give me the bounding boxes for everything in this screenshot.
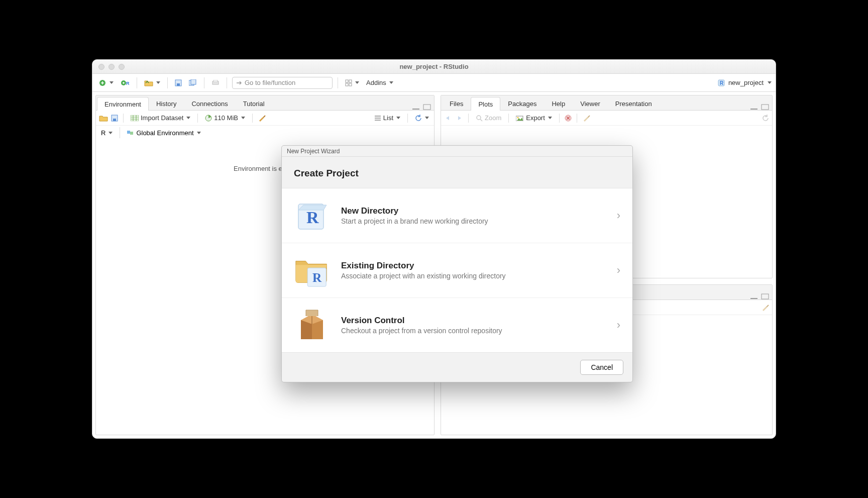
modal-header: Create Project	[282, 157, 632, 188]
forward-arrow-icon[interactable]	[455, 115, 463, 121]
tab-connections[interactable]: Connections	[184, 96, 235, 110]
right-top-tabs: Files Plots Packages Help Viewer Present…	[441, 95, 772, 111]
restore-pane-icon[interactable]	[761, 104, 769, 110]
remove-plot-icon[interactable]	[565, 115, 572, 122]
svg-line-27	[480, 119, 482, 121]
main-toolbar: R Go to file/function Addins	[92, 74, 776, 92]
grid-button[interactable]	[343, 78, 361, 87]
broom-icon[interactable]	[761, 304, 769, 312]
goto-file-input[interactable]: Go to file/function	[232, 77, 333, 89]
refresh-plots-icon[interactable]	[762, 115, 769, 122]
svg-point-26	[477, 116, 481, 120]
modal-titlebar: New Project Wizard	[282, 146, 632, 157]
svg-rect-19	[131, 115, 139, 121]
new-project-button[interactable]: R	[119, 78, 132, 88]
svg-text:R: R	[720, 80, 724, 86]
option-new-directory[interactable]: R New Directory Start a project in a bra…	[282, 188, 632, 243]
option-existing-directory[interactable]: R Existing Directory Associate a project…	[282, 243, 632, 298]
project-options: R New Directory Start a project in a bra…	[282, 188, 632, 353]
minimize-pane-icon[interactable]	[412, 104, 420, 110]
option-title: Existing Directory	[341, 261, 606, 271]
svg-rect-24	[750, 109, 757, 110]
svg-rect-6	[191, 79, 196, 84]
restore-pane-icon[interactable]	[423, 104, 431, 110]
r-cube-icon: R	[294, 197, 330, 234]
tab-viewer[interactable]: Viewer	[573, 96, 608, 110]
svg-rect-10	[349, 80, 352, 82]
import-dataset-button[interactable]: Import Dataset	[129, 113, 192, 123]
addins-menu[interactable]: Addins	[364, 78, 395, 87]
svg-rect-4	[177, 83, 180, 86]
svg-rect-12	[349, 83, 352, 86]
clear-plots-broom-icon[interactable]	[582, 114, 590, 122]
svg-rect-11	[346, 83, 348, 86]
project-menu[interactable]: R new_project	[717, 79, 772, 87]
svg-rect-18	[113, 119, 116, 121]
svg-rect-25	[762, 105, 769, 110]
tab-history[interactable]: History	[149, 96, 184, 110]
restore-pane-icon[interactable]	[761, 293, 769, 300]
modal-footer: Cancel	[282, 353, 632, 382]
memory-usage[interactable]: 110 MiB	[203, 113, 247, 123]
option-version-control[interactable]: Version Control Checkout a project from …	[282, 298, 632, 352]
open-file-button[interactable]	[142, 78, 162, 87]
cancel-button[interactable]: Cancel	[580, 360, 623, 375]
save-button[interactable]	[173, 78, 184, 87]
environment-scope: R Global Environment	[96, 126, 434, 140]
tab-tutorial[interactable]: Tutorial	[236, 96, 272, 110]
chevron-right-icon: ›	[617, 209, 620, 222]
zoom-button[interactable]: Zoom	[474, 113, 503, 123]
tab-plots[interactable]: Plots	[471, 97, 500, 111]
minimize-pane-icon[interactable]	[750, 293, 758, 300]
option-desc: Associate a project with an existing wor…	[341, 272, 606, 280]
svg-line-21	[263, 116, 265, 118]
svg-text:R: R	[126, 81, 130, 86]
svg-rect-23	[130, 132, 133, 135]
titlebar: new_project - RStudio	[92, 60, 776, 74]
refresh-button[interactable]	[413, 114, 431, 123]
save-all-button[interactable]	[187, 78, 199, 87]
plots-toolbar: Zoom Export	[441, 111, 772, 126]
tab-help[interactable]: Help	[544, 96, 573, 110]
left-tabs: Environment History Connections Tutorial	[96, 95, 434, 111]
option-title: New Directory	[341, 206, 606, 216]
export-button[interactable]: Export	[514, 113, 554, 123]
new-file-button[interactable]	[96, 78, 116, 88]
svg-text:R: R	[312, 270, 322, 284]
window-title: new_project - RStudio	[92, 63, 776, 70]
print-button[interactable]	[209, 79, 222, 87]
package-box-icon	[294, 307, 330, 343]
tab-packages[interactable]: Packages	[500, 96, 544, 110]
chevron-right-icon: ›	[617, 319, 620, 332]
goto-placeholder: Go to file/function	[245, 79, 295, 86]
tab-environment[interactable]: Environment	[97, 97, 149, 111]
save-workspace-icon[interactable]	[111, 115, 118, 122]
scope-env-button[interactable]: Global Environment	[125, 128, 202, 138]
svg-rect-15	[412, 109, 419, 110]
svg-rect-9	[346, 80, 348, 82]
svg-line-34	[767, 305, 769, 307]
option-desc: Checkout a project from a version contro…	[341, 327, 606, 335]
scope-r-button[interactable]: R	[99, 128, 115, 138]
chevron-right-icon: ›	[617, 264, 620, 277]
svg-point-29	[517, 117, 519, 118]
view-mode-button[interactable]: List	[372, 113, 402, 123]
back-arrow-icon[interactable]	[444, 115, 452, 121]
svg-text:R: R	[306, 208, 319, 227]
svg-rect-22	[127, 131, 130, 134]
tab-presentation[interactable]: Presentation	[608, 96, 660, 110]
svg-rect-33	[762, 294, 769, 299]
new-project-wizard: New Project Wizard Create Project R New …	[281, 145, 633, 382]
broom-icon[interactable]	[258, 114, 266, 122]
option-desc: Start a project in a brand new working d…	[341, 217, 606, 225]
svg-line-31	[588, 116, 590, 118]
minimize-pane-icon[interactable]	[750, 104, 758, 110]
load-workspace-icon[interactable]	[99, 115, 108, 122]
svg-rect-8	[213, 80, 218, 82]
tab-files[interactable]: Files	[442, 96, 471, 110]
environment-toolbar: Import Dataset 110 MiB List	[96, 111, 434, 126]
option-title: Version Control	[341, 316, 606, 326]
rstudio-window: new_project - RStudio R Go to file/fu	[92, 59, 776, 439]
folder-r-icon: R	[294, 252, 330, 288]
svg-rect-16	[423, 105, 430, 110]
